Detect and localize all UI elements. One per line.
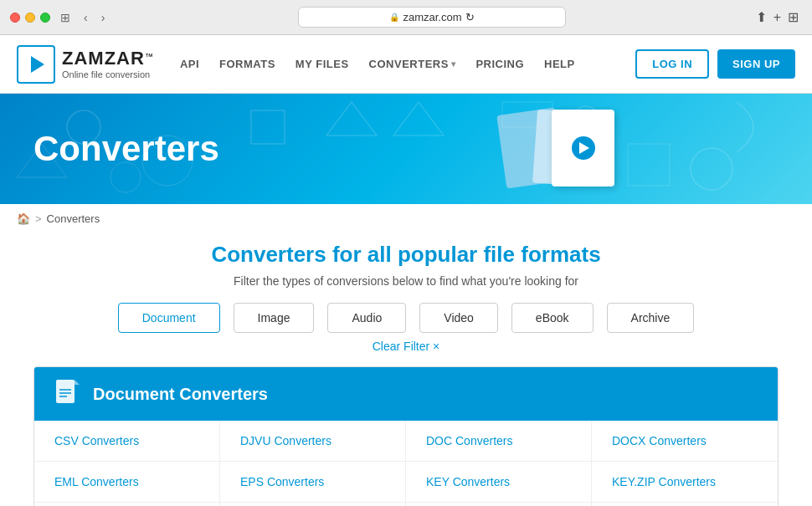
table-row: DJVU Converters <box>220 421 406 462</box>
filter-document[interactable]: Document <box>118 303 220 333</box>
logo-icon <box>17 45 55 84</box>
svg-marker-10 <box>75 380 80 385</box>
filter-ebook[interactable]: eBook <box>511 303 594 333</box>
traffic-lights <box>10 13 50 23</box>
converters-grid: CSV Converters DJVU Converters DOC Conve… <box>34 421 778 506</box>
login-button[interactable]: LOG IN <box>635 49 709 79</box>
main-content: Converters for all popular file formats … <box>0 233 812 506</box>
section-header-icon <box>54 381 81 407</box>
table-row: KEY.ZIP Converters <box>592 462 778 503</box>
clear-filter-wrap: Clear Filter × <box>33 340 779 353</box>
table-row: DOCX Converters <box>592 421 778 462</box>
doc-link[interactable]: DOC Converters <box>426 434 512 447</box>
forward-button[interactable]: › <box>98 9 109 26</box>
table-row: NUMBERS.ZIP Converters <box>592 503 778 506</box>
address-bar-wrap: 🔒 zamzar.com ↻ <box>115 7 748 28</box>
logo-arrow-icon <box>31 56 44 73</box>
table-row: KEY Converters <box>406 462 592 503</box>
table-row: NUMBERS Converters <box>406 503 592 506</box>
signup-button[interactable]: SIGN UP <box>717 49 795 79</box>
breadcrumb-current: Converters <box>47 212 100 225</box>
page-subheading: Filter the types of conversions below to… <box>33 274 779 288</box>
section-header: Document Converters <box>34 367 778 421</box>
clear-filter-link[interactable]: Clear Filter × <box>373 340 440 353</box>
logo-text: ZAMZAR™ Online file conversion <box>62 48 153 81</box>
logo-subtitle: Online file conversion <box>62 69 153 80</box>
logo[interactable]: ZAMZAR™ Online file conversion <box>17 45 153 84</box>
table-row: CSV Converters <box>34 421 220 462</box>
eps-link[interactable]: EPS Converters <box>240 475 324 488</box>
reload-icon: ↻ <box>465 11 475 23</box>
back-button[interactable]: ‹ <box>80 9 91 26</box>
filter-image[interactable]: Image <box>234 303 315 333</box>
document-icon <box>56 380 80 408</box>
hero-title: Converters <box>33 129 219 169</box>
nav-cta: LOG IN SIGN UP <box>635 49 795 79</box>
converters-dropdown-arrow: ▾ <box>451 59 456 69</box>
table-row: EPS Converters <box>220 462 406 503</box>
section-title: Document Converters <box>93 385 268 404</box>
filter-row: Document Image Audio Video eBook Archive <box>33 303 779 333</box>
svg-rect-5 <box>628 144 670 186</box>
page-heading: Converters for all popular file formats … <box>33 242 779 288</box>
breadcrumb-separator: > <box>35 212 42 225</box>
nav-help[interactable]: HELP <box>544 58 575 70</box>
lock-icon: 🔒 <box>389 13 399 22</box>
csv-link[interactable]: CSV Converters <box>54 434 139 447</box>
svg-rect-2 <box>251 110 285 144</box>
hero-banner: Converters <box>0 94 812 204</box>
eml-link[interactable]: EML Converters <box>54 475 139 488</box>
nav-api[interactable]: API <box>180 58 199 70</box>
minimize-button[interactable] <box>25 13 35 23</box>
sidebar-toggle-button[interactable]: ⊞ <box>57 9 74 26</box>
svg-marker-3 <box>326 102 377 135</box>
table-row: MSG Converters <box>220 503 406 506</box>
logo-name: ZAMZAR™ <box>62 48 153 69</box>
close-button[interactable] <box>10 13 20 23</box>
nav-formats[interactable]: FORMATS <box>219 58 275 70</box>
nav-links: API FORMATS MY FILES CONVERTERS ▾ PRICIN… <box>180 58 635 70</box>
table-row: MPP Converters <box>34 503 220 506</box>
nav-my-files[interactable]: MY FILES <box>296 58 349 70</box>
site-navigation: ZAMZAR™ Online file conversion API FORMA… <box>0 35 812 94</box>
keyzip-link[interactable]: KEY.ZIP Converters <box>612 475 716 488</box>
table-row: EML Converters <box>34 462 220 503</box>
hero-doc-front <box>552 110 614 187</box>
nav-pricing[interactable]: PRICING <box>475 58 524 70</box>
hero-play-arrow <box>579 142 589 154</box>
breadcrumb-home[interactable]: 🏠 <box>17 212 30 225</box>
breadcrumb: 🏠 > Converters <box>0 204 812 233</box>
add-tab-button[interactable]: + <box>773 9 781 25</box>
filter-video[interactable]: Video <box>419 303 498 333</box>
filter-archive[interactable]: Archive <box>607 303 695 333</box>
browser-actions: ⬆ + ⊞ <box>756 9 799 25</box>
url-text: zamzar.com <box>403 11 461 23</box>
table-row: DOC Converters <box>406 421 592 462</box>
svg-rect-7 <box>502 102 552 127</box>
svg-rect-9 <box>56 380 75 403</box>
hero-play-icon <box>572 136 595 160</box>
filter-audio[interactable]: Audio <box>327 303 406 333</box>
maximize-button[interactable] <box>40 13 50 23</box>
browser-chrome: ⊞ ‹ › 🔒 zamzar.com ↻ ⬆ + ⊞ <box>0 0 812 35</box>
browser-titlebar: ⊞ ‹ › 🔒 zamzar.com ↻ ⬆ + ⊞ <box>0 0 812 34</box>
svg-point-6 <box>691 148 732 190</box>
nav-converters[interactable]: CONVERTERS ▾ <box>369 58 456 70</box>
share-button[interactable]: ⬆ <box>756 9 767 25</box>
address-bar[interactable]: 🔒 zamzar.com ↻ <box>298 7 566 28</box>
djvu-link[interactable]: DJVU Converters <box>240 434 331 447</box>
key-link[interactable]: KEY Converters <box>426 475 510 488</box>
docx-link[interactable]: DOCX Converters <box>612 434 707 447</box>
page-title: Converters for all popular file formats <box>33 242 779 268</box>
converters-section: Document Converters CSV Converters DJVU … <box>33 366 779 506</box>
extensions-button[interactable]: ⊞ <box>788 9 799 25</box>
